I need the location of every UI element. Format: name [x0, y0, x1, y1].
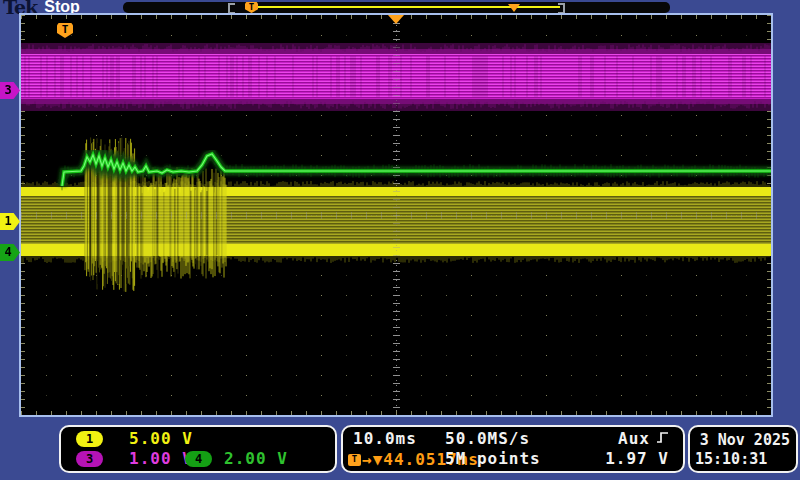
trigger-source-readout: Aux — [618, 429, 669, 448]
channel-1-scale: 5.00 V — [129, 429, 193, 448]
date-readout: 3 Nov 2025 — [700, 431, 790, 449]
horizontal-trigger-readout-box[interactable]: 10.0ms 50.0MS/s Aux T→▼44.0517ms 5M poin… — [341, 425, 685, 473]
channel-4-badge[interactable]: 4 — [185, 451, 212, 467]
oscilloscope-screen: Tek Stop T T 3 1 4 1 5.00 V 3 1.00 V 4 2… — [0, 0, 800, 480]
trigger-delay-arrows: →▼ — [362, 450, 383, 469]
sample-rate-readout: 50.0MS/s — [445, 429, 530, 448]
timebase-readout: 10.0ms — [353, 429, 417, 448]
trigger-level-readout: 1.97 V — [605, 449, 669, 468]
rising-edge-slope-icon — [656, 429, 669, 448]
channel-3-scale: 1.00 V — [129, 449, 193, 468]
channel-4-ground-marker[interactable]: 4 — [0, 244, 20, 261]
time-readout: 15:10:31 — [695, 450, 767, 468]
channel-3-ground-marker[interactable]: 3 — [0, 82, 20, 99]
record-view-bar[interactable]: T — [123, 2, 670, 13]
record-length-readout: 5M points — [445, 449, 541, 468]
channel-3-badge[interactable]: 3 — [76, 451, 103, 467]
channel-scale-readout-box[interactable]: 1 5.00 V 3 1.00 V 4 2.00 V — [59, 425, 337, 473]
expansion-point-triangle-icon[interactable] — [388, 15, 404, 24]
record-expansion-triangle-icon — [508, 4, 520, 12]
datetime-box: 3 Nov 2025 15:10:31 — [688, 425, 798, 473]
channel-1-badge[interactable]: 1 — [76, 431, 103, 447]
graticule: T — [19, 13, 773, 417]
channel-4-scale: 2.00 V — [224, 449, 288, 468]
waveform-display — [21, 15, 771, 415]
channel-1-ground-marker[interactable]: 1 — [0, 213, 20, 230]
record-trigger-marker-icon[interactable]: T — [245, 2, 258, 13]
trigger-t-icon: T — [348, 454, 361, 466]
